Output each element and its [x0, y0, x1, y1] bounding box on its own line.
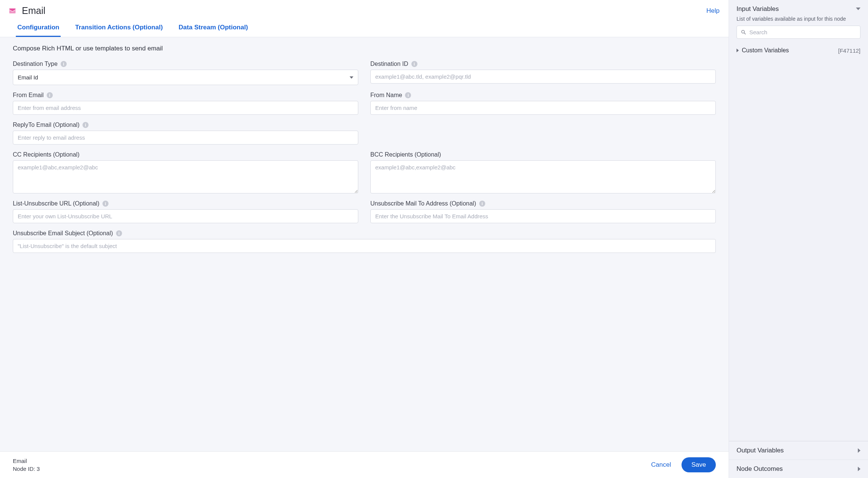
form-area[interactable]: Compose Rich HTML or use templates to se… — [0, 37, 729, 451]
variables-group-id: [F47112] — [838, 47, 860, 54]
info-icon[interactable]: i — [83, 122, 89, 128]
tab-data-stream[interactable]: Data Stream (Optional) — [177, 20, 249, 37]
from-email-input[interactable] — [13, 101, 358, 115]
info-icon[interactable]: i — [405, 92, 411, 98]
info-icon[interactable]: i — [61, 61, 67, 67]
email-icon — [8, 7, 17, 15]
output-variables-header[interactable]: Output Variables — [729, 441, 868, 460]
node-outcomes-title: Node Outcomes — [737, 465, 783, 473]
side-panel: Input Variables List of variables availa… — [729, 0, 868, 478]
chevron-right-icon — [858, 448, 860, 453]
info-icon[interactable]: i — [411, 61, 417, 67]
unsub-subject-input[interactable] — [13, 239, 716, 253]
footer-meta: Email Node ID: 3 — [13, 457, 40, 473]
bcc-input[interactable] — [370, 160, 716, 193]
destination-type-select[interactable]: Email Id — [13, 70, 358, 85]
label-bcc: BCC Recipients (Optional) — [370, 151, 441, 158]
svg-line-1 — [744, 33, 746, 34]
help-link[interactable]: Help — [706, 7, 720, 15]
input-variables-subtitle: List of variables available as input for… — [729, 16, 868, 26]
collapse-icon[interactable] — [856, 8, 860, 10]
tabs: Configuration Transition Actions (Option… — [0, 20, 729, 37]
variables-group[interactable]: Custom Variables [F47112] — [737, 45, 860, 56]
chevron-right-icon — [737, 49, 739, 52]
label-destination-id: Destination ID — [370, 61, 408, 67]
from-name-input[interactable] — [370, 101, 716, 115]
tab-configuration[interactable]: Configuration — [16, 20, 61, 37]
page-header: Email Help — [0, 0, 729, 20]
label-from-name: From Name — [370, 92, 402, 99]
search-wrap[interactable] — [737, 26, 860, 39]
destination-id-input[interactable] — [370, 70, 716, 84]
label-list-unsub-url: List-Unsubscribe URL (Optional) — [13, 200, 99, 207]
list-unsub-url-input[interactable] — [13, 209, 358, 223]
footer-node-id: Node ID: 3 — [13, 465, 40, 473]
label-from-email: From Email — [13, 92, 44, 99]
node-outcomes-header[interactable]: Node Outcomes — [729, 460, 868, 478]
label-destination-type: Destination Type — [13, 61, 58, 67]
info-icon[interactable]: i — [47, 92, 53, 98]
input-variables-title: Input Variables — [737, 5, 779, 13]
page-title: Email — [22, 5, 46, 16]
unsub-mailto-input[interactable] — [370, 209, 716, 223]
label-replyto-email: ReplyTo Email (Optional) — [13, 122, 79, 128]
save-button[interactable]: Save — [682, 457, 716, 472]
output-variables-title: Output Variables — [737, 447, 784, 454]
cancel-button[interactable]: Cancel — [651, 461, 671, 469]
section-description: Compose Rich HTML or use templates to se… — [13, 45, 716, 52]
label-unsub-subject: Unsubscribe Email Subject (Optional) — [13, 230, 113, 237]
svg-point-0 — [742, 30, 745, 33]
variables-group-label: Custom Variables — [742, 47, 789, 54]
search-icon — [741, 29, 746, 35]
search-input[interactable] — [749, 29, 856, 35]
cc-input[interactable] — [13, 160, 358, 193]
replyto-email-input[interactable] — [13, 131, 358, 145]
info-icon[interactable]: i — [102, 201, 108, 207]
footer: Email Node ID: 3 Cancel Save — [0, 451, 729, 478]
label-cc: CC Recipients (Optional) — [13, 151, 79, 158]
info-icon[interactable]: i — [116, 230, 122, 236]
chevron-down-icon — [350, 76, 353, 79]
destination-type-value: Email Id — [18, 74, 38, 81]
label-unsub-mailto: Unsubscribe Mail To Address (Optional) — [370, 200, 476, 207]
footer-type: Email — [13, 457, 40, 465]
info-icon[interactable]: i — [479, 201, 485, 207]
chevron-right-icon — [858, 467, 860, 471]
tab-transition-actions[interactable]: Transition Actions (Optional) — [73, 20, 164, 37]
